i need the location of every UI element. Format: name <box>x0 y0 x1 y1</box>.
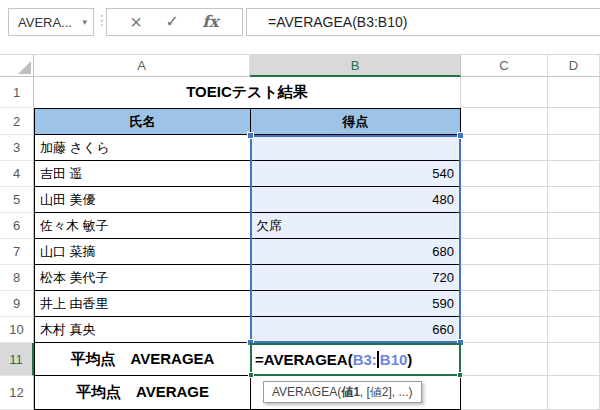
row-number[interactable]: 5 <box>0 187 34 213</box>
row-number[interactable]: 10 <box>0 317 34 343</box>
enter-icon[interactable]: ✓ <box>165 14 178 30</box>
table-row: 5山田 美優480 <box>0 187 600 213</box>
empty-cell-d[interactable] <box>548 213 600 239</box>
cell-d2[interactable] <box>548 108 600 135</box>
column-header-c[interactable]: C <box>461 55 548 77</box>
score-cell[interactable]: 480 <box>250 187 461 213</box>
table-title-cell[interactable]: TOEICテスト結果 <box>34 77 461 108</box>
excel-window: AVERA... ▾ ⋮ × ✓ fx =AVERAGEA(B3:B10) A … <box>0 0 600 410</box>
name-cell[interactable]: 山口 菜摘 <box>34 239 250 265</box>
averagea-row: 11 平均点 AVERAGEA =AVERAGEA(B3:B10) <box>0 343 600 376</box>
empty-cell-d[interactable] <box>548 291 600 317</box>
formula-buttons: × ✓ fx <box>106 8 243 36</box>
score-cell[interactable] <box>250 135 461 161</box>
average-label-cell[interactable]: 平均点 AVERAGE <box>34 376 250 410</box>
text-cursor <box>377 351 379 368</box>
empty-cell-c[interactable] <box>461 239 548 265</box>
name-box-caret-icon[interactable]: ▾ <box>82 18 87 27</box>
formula-bar-input[interactable]: =AVERAGEA(B3:B10) <box>246 8 600 36</box>
score-cell[interactable]: 欠席 <box>250 213 461 239</box>
cell-c2[interactable] <box>461 108 548 135</box>
row-number-2[interactable]: 2 <box>0 108 34 135</box>
table-row: 8松本 美代子720 <box>0 265 600 291</box>
score-cell[interactable]: 680 <box>250 239 461 265</box>
table-row: 3加藤 さくら <box>0 135 600 161</box>
cell-d11[interactable] <box>548 343 600 376</box>
select-all-triangle-icon <box>18 61 31 74</box>
row-number-12[interactable]: 12 <box>0 376 34 410</box>
row-number[interactable]: 7 <box>0 239 34 265</box>
column-header-a[interactable]: A <box>34 55 250 77</box>
cancel-icon[interactable]: × <box>130 12 142 32</box>
empty-cell-c[interactable] <box>461 213 548 239</box>
empty-cell-c[interactable] <box>461 161 548 187</box>
name-cell[interactable]: 井上 由香里 <box>34 291 250 317</box>
empty-cell-c[interactable] <box>461 187 548 213</box>
formula-bar-area: AVERA... ▾ ⋮ × ✓ fx =AVERAGEA(B3:B10) <box>0 0 600 55</box>
header-score-cell[interactable]: 得点 <box>250 108 461 135</box>
name-cell[interactable]: 佐々木 敏子 <box>34 213 250 239</box>
empty-cell-d[interactable] <box>548 187 600 213</box>
empty-cell-c[interactable] <box>461 291 548 317</box>
formula-ref-after-cursor: B10 <box>380 351 408 368</box>
title-row: 1 TOEICテスト結果 <box>0 77 600 108</box>
column-header-d[interactable]: D <box>548 55 600 77</box>
cell-d12[interactable] <box>548 376 600 410</box>
name-cell[interactable]: 加藤 さくら <box>34 135 250 161</box>
cell-c12[interactable] <box>461 376 548 410</box>
name-cell[interactable]: 松本 美代子 <box>34 265 250 291</box>
formula-suffix: ) <box>407 351 412 368</box>
cell-c1[interactable] <box>461 77 548 108</box>
empty-cell-d[interactable] <box>548 239 600 265</box>
row-number-11[interactable]: 11 <box>0 343 34 376</box>
empty-cell-d[interactable] <box>548 265 600 291</box>
cell-c11[interactable] <box>461 343 548 376</box>
cell-d1[interactable] <box>548 77 600 108</box>
empty-cell-d[interactable] <box>548 135 600 161</box>
row-number[interactable]: 4 <box>0 161 34 187</box>
tooltip-prefix: AVERAGEA( <box>272 385 341 399</box>
table-row: 6佐々木 敏子欠席 <box>0 213 600 239</box>
row-number[interactable]: 6 <box>0 213 34 239</box>
score-cell[interactable]: 540 <box>250 161 461 187</box>
empty-cell-c[interactable] <box>461 135 548 161</box>
score-cell[interactable]: 590 <box>250 291 461 317</box>
table-header-row: 2 氏名 得点 <box>0 108 600 135</box>
averagea-label-cell[interactable]: 平均点 AVERAGEA <box>34 343 250 376</box>
name-cell[interactable]: 吉田 遥 <box>34 161 250 187</box>
empty-cell-d[interactable] <box>548 317 600 343</box>
tooltip-rest: , [値2], ...) <box>360 384 413 401</box>
table-row: 10木村 真央660 <box>0 317 600 343</box>
name-cell[interactable]: 山田 美優 <box>34 187 250 213</box>
tooltip-arg1: 値1 <box>341 384 360 401</box>
table-row: 9井上 由香里590 <box>0 291 600 317</box>
column-header-b[interactable]: B <box>250 55 461 77</box>
data-rows: 3加藤 さくら4吉田 遥5405山田 美優4806佐々木 敏子欠席7山口 菜摘6… <box>0 135 600 343</box>
row-number[interactable]: 3 <box>0 135 34 161</box>
table-row: 4吉田 遥540 <box>0 161 600 187</box>
worksheet: A B C D 1 TOEICテスト結果 2 氏名 得点 3加藤 さくら4吉田 … <box>0 55 600 410</box>
formula-bar-text: =AVERAGEA(B3:B10) <box>268 14 407 30</box>
empty-cell-c[interactable] <box>461 317 548 343</box>
formula-ref-before-cursor: B3: <box>353 351 377 368</box>
row-number[interactable]: 8 <box>0 265 34 291</box>
empty-cell-d[interactable] <box>548 161 600 187</box>
name-box-value: AVERA... <box>18 15 72 30</box>
function-argument-tooltip: AVERAGEA(値1, [値2], ...) <box>263 381 422 403</box>
formula-prefix: =AVERAGEA( <box>255 351 353 368</box>
score-cell[interactable]: 660 <box>250 317 461 343</box>
table-row: 7山口 菜摘680 <box>0 239 600 265</box>
score-cell[interactable]: 720 <box>250 265 461 291</box>
row-number[interactable]: 9 <box>0 291 34 317</box>
empty-cell-c[interactable] <box>461 265 548 291</box>
name-box[interactable]: AVERA... ▾ <box>8 8 94 36</box>
formula-edit-cell[interactable]: =AVERAGEA(B3:B10) <box>250 343 461 376</box>
header-name-cell[interactable]: 氏名 <box>34 108 250 135</box>
column-headers: A B C D <box>0 55 600 77</box>
name-cell[interactable]: 木村 真央 <box>34 317 250 343</box>
select-all-corner[interactable] <box>0 55 34 77</box>
row-number-1[interactable]: 1 <box>0 77 34 108</box>
insert-function-icon[interactable]: fx <box>202 14 218 30</box>
